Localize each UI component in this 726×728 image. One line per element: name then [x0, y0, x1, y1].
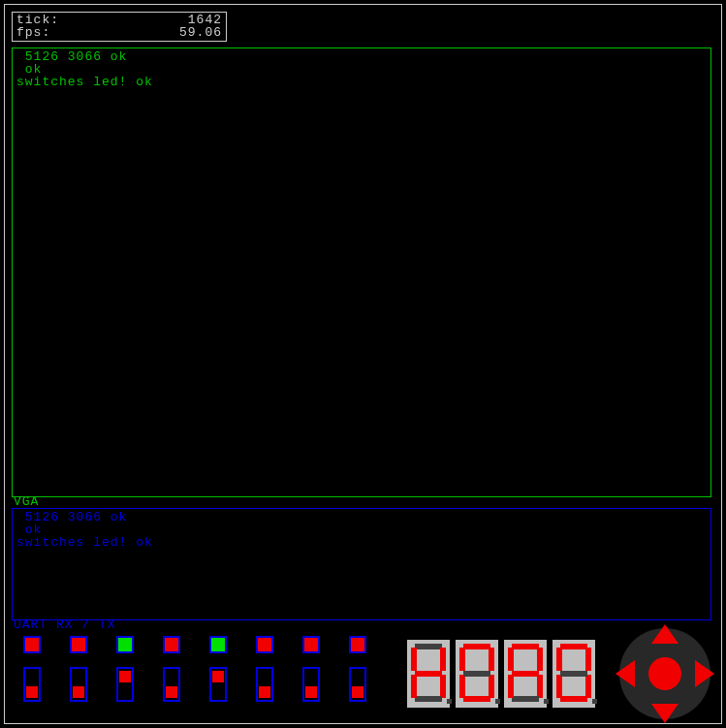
led-2	[116, 636, 134, 653]
switch-thumb	[73, 686, 84, 698]
switch-thumb	[166, 686, 177, 698]
io-column-4	[209, 636, 227, 702]
led-0	[23, 636, 41, 653]
segment-c	[489, 675, 494, 698]
seven-seg-display	[407, 640, 595, 708]
seven-seg-digit-3	[552, 640, 595, 708]
io-column-2	[116, 636, 134, 702]
segment-f	[411, 648, 417, 671]
segment-e	[459, 675, 465, 698]
segment-dp	[544, 699, 549, 704]
dpad-up-button[interactable]	[651, 624, 679, 644]
dpad	[619, 628, 710, 719]
segment-c	[537, 675, 543, 698]
switch-6[interactable]	[302, 667, 320, 702]
io-column-0	[23, 636, 41, 702]
segment-a	[463, 644, 490, 649]
segment-b	[489, 648, 494, 671]
segment-d	[512, 696, 539, 702]
switch-thumb	[26, 686, 38, 698]
led-5	[256, 636, 273, 653]
switch-thumb	[352, 686, 363, 698]
io-row	[23, 636, 366, 702]
segment-b	[585, 648, 591, 671]
segment-d	[415, 696, 442, 702]
seven-seg-digit-1	[456, 640, 498, 708]
segment-d	[560, 696, 587, 702]
segment-g	[512, 671, 539, 677]
segment-b	[537, 648, 543, 671]
io-column-7	[349, 636, 366, 702]
switch-thumb	[305, 686, 317, 698]
switch-5[interactable]	[256, 667, 273, 702]
io-column-3	[163, 636, 180, 702]
fps-value: 59.06	[179, 26, 222, 39]
uart-output: 5126 3066 ok ok switches led! ok	[13, 509, 710, 551]
dpad-right-button[interactable]	[695, 660, 714, 687]
switch-7[interactable]	[349, 667, 366, 702]
io-column-5	[256, 636, 273, 702]
switch-thumb	[119, 671, 131, 682]
led-6	[302, 636, 320, 653]
segment-c	[585, 675, 591, 698]
io-column-6	[302, 636, 320, 702]
segment-e	[508, 675, 514, 698]
segment-f	[556, 648, 562, 671]
segment-dp	[592, 699, 597, 704]
switch-1[interactable]	[70, 667, 87, 702]
vga-panel: 5126 3066 ok ok switches led! ok	[12, 47, 711, 497]
dpad-down-button[interactable]	[651, 704, 679, 723]
seven-seg-digit-0	[407, 640, 450, 708]
segment-d	[463, 696, 490, 702]
uart-label: UART RX / TX	[14, 617, 116, 632]
stats-box: tick: 1642 fps: 59.06	[12, 12, 227, 42]
led-3	[163, 636, 180, 653]
switch-thumb	[259, 686, 270, 698]
segment-g	[415, 671, 442, 677]
segment-b	[440, 648, 446, 671]
uart-panel: 5126 3066 ok ok switches led! ok	[12, 508, 711, 620]
switch-0[interactable]	[23, 667, 41, 702]
switch-4[interactable]	[209, 667, 227, 702]
io-column-1	[70, 636, 87, 702]
segment-dp	[495, 699, 500, 704]
seven-seg-digit-2	[504, 640, 547, 708]
dpad-left-button[interactable]	[616, 660, 635, 687]
vga-label: VGA	[14, 494, 39, 509]
segment-c	[440, 675, 446, 698]
led-1	[70, 636, 87, 653]
segment-f	[508, 648, 514, 671]
switch-2[interactable]	[116, 667, 134, 702]
segment-dp	[447, 699, 452, 704]
switch-3[interactable]	[163, 667, 180, 702]
switch-thumb	[212, 671, 224, 682]
segment-f	[459, 648, 465, 671]
segment-e	[556, 675, 562, 698]
segment-g	[560, 671, 587, 677]
segment-g	[463, 671, 490, 677]
fps-label: fps:	[16, 26, 50, 39]
led-7	[349, 636, 366, 653]
vga-output: 5126 3066 ok ok switches led! ok	[13, 48, 710, 90]
segment-a	[560, 644, 587, 649]
dpad-center-button[interactable]	[648, 657, 681, 690]
segment-a	[512, 644, 539, 649]
segment-e	[411, 675, 417, 698]
led-4	[209, 636, 227, 653]
segment-a	[415, 644, 442, 649]
